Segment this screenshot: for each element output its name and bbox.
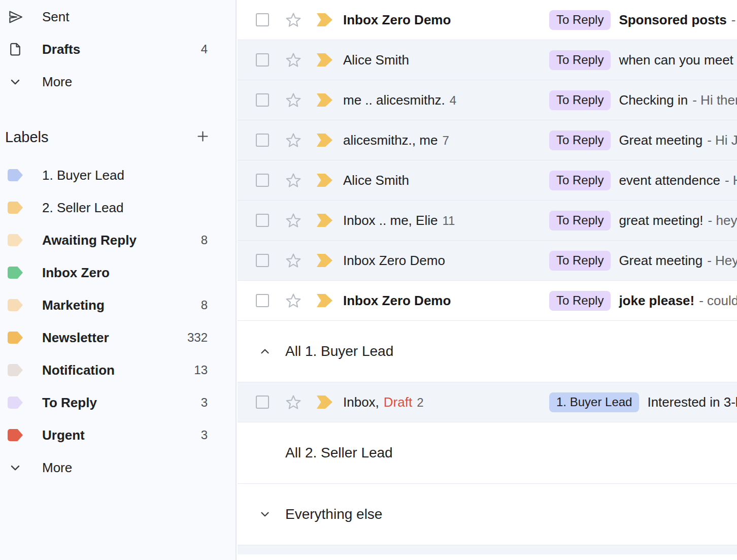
create-label-button[interactable] xyxy=(196,129,210,145)
select-checkbox[interactable] xyxy=(256,294,269,307)
select-checkbox[interactable] xyxy=(256,13,269,26)
sidebar-label-buyer-lead[interactable]: 1. Buyer Lead xyxy=(0,159,236,191)
label-tag-icon xyxy=(7,364,23,377)
star-icon[interactable] xyxy=(285,91,302,109)
star-icon[interactable] xyxy=(285,131,302,149)
label-name: Inbox Zero xyxy=(42,265,110,281)
star-icon[interactable] xyxy=(285,11,302,28)
email-row[interactable]: alicesmithz., me7 To Reply Great meeting… xyxy=(238,120,737,160)
importance-marker-icon[interactable] xyxy=(316,396,332,409)
star-icon[interactable] xyxy=(285,292,302,309)
subject: event attendence xyxy=(619,173,720,188)
unread-count: 3 xyxy=(201,396,208,410)
sidebar-label-seller-lead[interactable]: 2. Seller Lead xyxy=(0,191,236,224)
sidebar-label-inbox-zero[interactable]: Inbox Zero xyxy=(0,256,236,289)
email-row[interactable]: Alice Smith To Reply event attendence- H xyxy=(238,160,737,201)
sidebar-label-marketing[interactable]: Marketing 8 xyxy=(0,289,236,321)
sidebar-label-notification[interactable]: Notification 13 xyxy=(0,354,236,386)
email-row[interactable]: Alice Smith To Reply when can you meet xyxy=(238,40,737,80)
subject-line: joke please!- could xyxy=(619,293,737,309)
subject: joke please! xyxy=(619,293,694,308)
thread-count: 7 xyxy=(442,134,449,148)
subject-line: Checking in- Hi ther xyxy=(619,92,737,108)
select-checkbox[interactable] xyxy=(256,93,269,107)
sidebar-item-sent[interactable]: Sent xyxy=(0,1,236,33)
section-header-everything-else[interactable]: Everything else xyxy=(238,484,737,545)
importance-marker-icon[interactable] xyxy=(316,294,332,307)
sidebar-label-to-reply[interactable]: To Reply 3 xyxy=(0,386,236,419)
select-checkbox[interactable] xyxy=(256,214,269,227)
section-title: All 1. Buyer Lead xyxy=(285,343,393,359)
email-row[interactable]: me .. alicesmithz.4 To Reply Checking in… xyxy=(238,80,737,120)
select-checkbox[interactable] xyxy=(256,53,269,67)
label-badge[interactable]: To Reply xyxy=(549,291,611,311)
star-icon[interactable] xyxy=(285,252,302,269)
labels-header: Labels xyxy=(0,121,236,153)
label-tag-icon xyxy=(7,396,23,409)
chevron-down-icon xyxy=(7,460,23,475)
importance-marker-icon[interactable] xyxy=(316,93,332,107)
label-badge[interactable]: To Reply xyxy=(549,251,611,271)
subject-line: Interested in 3-b xyxy=(647,394,737,410)
label-name: Awaiting Reply xyxy=(42,233,137,248)
label-badge[interactable]: To Reply xyxy=(549,50,611,70)
sidebar-item-more[interactable]: More xyxy=(0,65,236,98)
sidebar-label-newsletter[interactable]: Newsletter 332 xyxy=(0,321,236,354)
subject: Great meeting xyxy=(619,253,702,268)
email-row[interactable]: Inbox .. me, Elie11 To Reply great meeti… xyxy=(238,201,737,241)
sidebar-item-label: More xyxy=(42,460,72,476)
sender: Inbox, xyxy=(343,394,379,410)
thread-count: 4 xyxy=(450,93,456,108)
label-tag-icon xyxy=(7,331,23,344)
snippet: - Hey xyxy=(707,253,737,268)
sidebar-item-label: More xyxy=(42,74,72,90)
subject-line: Sponsored posts- xyxy=(619,12,735,28)
thread-count: 11 xyxy=(442,214,455,228)
importance-marker-icon[interactable] xyxy=(316,13,332,26)
email-row[interactable]: Inbox,Draft2 1. Buyer Lead Interested in… xyxy=(238,382,737,422)
importance-marker-icon[interactable] xyxy=(316,254,332,267)
label-badge[interactable]: To Reply xyxy=(549,130,611,150)
select-checkbox[interactable] xyxy=(256,396,269,409)
label-badge[interactable]: To Reply xyxy=(549,10,611,30)
select-checkbox[interactable] xyxy=(256,174,269,187)
section-header-buyer-lead[interactable]: All 1. Buyer Lead xyxy=(238,321,737,382)
importance-marker-icon[interactable] xyxy=(316,53,332,67)
sidebar-label-awaiting-reply[interactable]: Awaiting Reply 8 xyxy=(0,224,236,256)
label-badge[interactable]: To Reply xyxy=(549,171,611,190)
email-row[interactable]: Inbox Zero Demo To Reply joke please!- c… xyxy=(238,281,737,321)
section-header-seller-lead[interactable]: All 2. Seller Lead xyxy=(238,422,737,484)
label-badge[interactable]: 1. Buyer Lead xyxy=(549,392,639,412)
sidebar-item-drafts[interactable]: Drafts 4 xyxy=(0,33,236,65)
thread-count: 2 xyxy=(417,396,423,410)
unread-count: 3 xyxy=(201,428,208,442)
sidebar-item-label: Sent xyxy=(42,9,70,25)
sidebar-item-label: Drafts xyxy=(42,42,80,57)
star-icon[interactable] xyxy=(285,212,302,229)
chevron-up-icon[interactable] xyxy=(258,345,272,358)
unread-count: 13 xyxy=(194,363,208,377)
label-badge[interactable]: To Reply xyxy=(549,90,611,110)
importance-marker-icon[interactable] xyxy=(316,174,332,187)
email-row[interactable]: Inbox Zero Demo To Reply Great meeting- … xyxy=(238,241,737,281)
snippet: - could xyxy=(699,293,737,308)
email-row[interactable]: Inbox Zero Demo To Reply Sponsored posts… xyxy=(238,0,737,40)
sidebar-label-urgent[interactable]: Urgent 3 xyxy=(0,419,236,451)
star-icon[interactable] xyxy=(285,51,302,69)
star-icon[interactable] xyxy=(285,172,302,189)
sender: Alice Smith xyxy=(343,173,409,188)
chevron-down-icon[interactable] xyxy=(258,508,272,521)
section-title: Everything else xyxy=(285,506,382,522)
label-badge[interactable]: To Reply xyxy=(549,211,611,230)
select-checkbox[interactable] xyxy=(256,254,269,267)
sender: Inbox Zero Demo xyxy=(343,12,451,28)
importance-marker-icon[interactable] xyxy=(316,214,332,227)
subject-line: event attendence- H xyxy=(619,173,737,188)
sender: Alice Smith xyxy=(343,52,409,68)
importance-marker-icon[interactable] xyxy=(316,134,332,147)
select-checkbox[interactable] xyxy=(256,134,269,147)
draft-label: Draft xyxy=(384,394,412,410)
subject: great meeting! xyxy=(619,213,703,228)
sidebar-labels-more[interactable]: More xyxy=(0,451,236,484)
star-icon[interactable] xyxy=(285,393,302,411)
